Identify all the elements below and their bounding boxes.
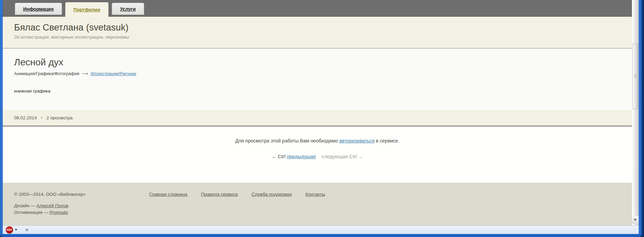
vertical-scrollbar[interactable]: [632, 0, 639, 225]
auth-section: Для просмотра этой работы Вам необходимо…: [3, 127, 632, 183]
footer-link-contacts[interactable]: Контакты: [306, 192, 325, 197]
auth-text-after: в сервисе.: [376, 138, 399, 143]
pager-prev-hint: ← Ctrl: [272, 154, 285, 159]
work-date: 08.02.2014: [14, 115, 37, 120]
design-author-link[interactable]: Алексей Попов: [36, 203, 68, 208]
pager-prev-link[interactable]: предыдущая: [287, 154, 316, 159]
footer-link-rules[interactable]: Правила сервиса: [201, 192, 237, 197]
work-meta-bar: 08.02.2014 • 2 просмотра: [3, 110, 632, 125]
browser-addon-bar: ABP ✕: [3, 225, 639, 234]
footer-links: Главная страница Правила сервиса Служба …: [149, 192, 339, 197]
breadcrumb-arrow-icon: ⟶: [80, 71, 90, 76]
addon-bar-close-icon[interactable]: ✕: [25, 228, 29, 232]
scrollbar-grip-icon: [634, 75, 637, 77]
profile-specialties: 2d иллюстрации, векторные иллюстрации, п…: [14, 35, 632, 40]
scrollbar-thumb[interactable]: [632, 44, 638, 109]
optimization-credit: Оптимизация — Promodo: [14, 210, 632, 215]
auth-text-before: Для просмотра этой работы Вам необходимо: [235, 138, 338, 143]
footer-link-support[interactable]: Служба поддержки: [252, 192, 292, 197]
meta-bullet-icon: •: [37, 115, 47, 120]
scrollbar-down-button[interactable]: [632, 216, 639, 224]
pager-next-disabled: следующая Ctrl →: [322, 154, 363, 159]
site-footer: © 2003—2014, ООО «Веблансер» Главная стр…: [3, 183, 632, 225]
auth-message: Для просмотра этой работы Вам необходимо…: [3, 138, 632, 143]
chevron-down-icon: [634, 219, 637, 221]
window-frame-right: [639, 0, 642, 234]
tab-portfolio[interactable]: Портфолио: [65, 2, 109, 17]
optimization-credit-prefix: Оптимизация —: [14, 210, 48, 215]
page: Информация Портфолио Услуги Бялас Светла…: [3, 0, 632, 225]
profile-name: Бялас Светлана (svetasuk): [14, 22, 632, 33]
abp-dropdown-caret-icon[interactable]: [15, 229, 17, 231]
copyright: © 2003—2014, ООО «Веблансер»: [14, 192, 149, 197]
profile-header: Бялас Светлана (svetasuk) 2d иллюстрации…: [3, 17, 632, 49]
design-credit-prefix: Дизайн —: [14, 203, 35, 208]
authorize-link[interactable]: авторизоваться: [339, 138, 374, 143]
window-frame-highlight: [1, 0, 2, 235]
work-section: Лесной дух Анимация/Графика/Фотография ⟶…: [3, 49, 632, 110]
adblock-plus-icon[interactable]: ABP: [6, 226, 13, 234]
profile-tabbar: Информация Портфолио Услуги: [3, 0, 632, 17]
work-title: Лесной дух: [14, 57, 632, 68]
design-credit: Дизайн — Алексей Попов: [14, 203, 632, 208]
tab-services[interactable]: Услуги: [112, 3, 144, 15]
breadcrumb-subcategory-link[interactable]: Иллюстрации/Рисунки: [91, 71, 136, 76]
breadcrumb: Анимация/Графика/Фотография ⟶ Иллюстраци…: [14, 71, 632, 76]
work-pager: ← Ctrl предыдущая следующая Ctrl →: [3, 154, 632, 159]
footer-row: © 2003—2014, ООО «Веблансер» Главная стр…: [14, 192, 632, 197]
optimization-company-link[interactable]: Promodo: [50, 210, 68, 215]
work-description: книжная графика: [14, 88, 632, 94]
footer-link-home[interactable]: Главная страница: [149, 192, 187, 197]
work-views-count: 2 просмотра: [46, 115, 72, 120]
tab-information[interactable]: Информация: [15, 3, 62, 15]
breadcrumb-category: Анимация/Графика/Фотография: [14, 71, 79, 76]
